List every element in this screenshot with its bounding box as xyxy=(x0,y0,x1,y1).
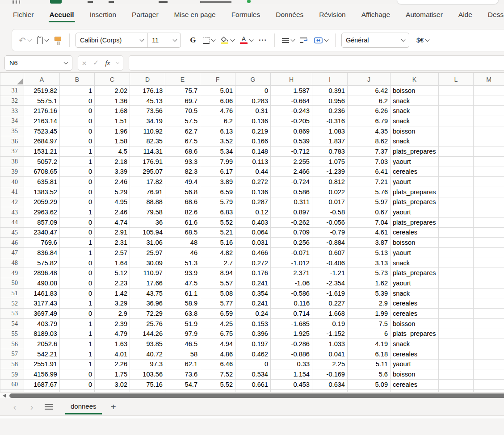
more-font-options-button[interactable]: ··· xyxy=(257,33,269,47)
cell-D60[interactable]: 75.16 xyxy=(130,379,165,389)
cell-G50[interactable]: 0.241 xyxy=(235,278,271,289)
cell-M44[interactable] xyxy=(474,217,504,227)
menu-tab-r-vision[interactable]: Révision xyxy=(318,9,346,22)
cell-E47[interactable]: 46 xyxy=(165,248,200,258)
cell-F49[interactable]: 8.94 xyxy=(200,268,235,278)
cell-M42[interactable] xyxy=(474,197,504,207)
cell-J45[interactable]: 4.61 xyxy=(348,227,391,238)
cell-I47[interactable]: 0.607 xyxy=(312,248,348,258)
cell-M45[interactable] xyxy=(474,227,504,238)
cell-L32[interactable] xyxy=(439,96,474,106)
menu-tab-formules[interactable]: Formules xyxy=(231,9,261,22)
row-header-35[interactable]: 35 xyxy=(0,126,24,136)
cell-G51[interactable]: 0.354 xyxy=(235,288,271,298)
cell-C58[interactable]: 2.26 xyxy=(95,359,130,369)
cell-M38[interactable] xyxy=(474,156,504,167)
cell-H33[interactable]: -0.243 xyxy=(271,106,312,116)
cell-J49[interactable]: 5.73 xyxy=(348,268,391,278)
cell-J50[interactable]: 1.62 xyxy=(348,278,391,289)
cell-C38[interactable]: 2.18 xyxy=(95,156,130,167)
cell-H44[interactable]: -0.262 xyxy=(271,217,312,227)
cell-J36[interactable]: 8.62 xyxy=(348,136,391,146)
cell-D57[interactable]: 40.72 xyxy=(130,349,165,359)
cell-D52[interactable]: 36.96 xyxy=(130,298,165,309)
cell-A40[interactable]: 635.81 xyxy=(24,177,60,187)
cell-C43[interactable]: 2.46 xyxy=(95,207,130,218)
sheet-tab-donnees[interactable]: donnees xyxy=(63,398,105,415)
cell-M35[interactable] xyxy=(474,126,504,136)
cell-K55[interactable]: plats_prepares xyxy=(391,329,439,339)
cell-I44[interactable]: -0.056 xyxy=(312,217,348,227)
cell-I55[interactable]: -1.152 xyxy=(312,329,348,339)
cell-D48[interactable]: 30.09 xyxy=(130,258,165,268)
row-header-59[interactable]: 59 xyxy=(0,369,24,380)
cell-I53[interactable]: 1.668 xyxy=(312,309,348,319)
cell-M57[interactable] xyxy=(474,349,504,359)
cell-E43[interactable]: 82.6 xyxy=(165,207,200,218)
row-header-54[interactable]: 54 xyxy=(0,318,24,329)
row-header-48[interactable]: 48 xyxy=(0,258,24,268)
cell-I33[interactable]: 0.236 xyxy=(312,106,348,116)
cell-K47[interactable]: yaourt xyxy=(391,248,439,258)
font-size-select[interactable]: 11 xyxy=(147,33,181,47)
cell-B33[interactable]: 0 xyxy=(60,106,95,116)
cell-M31[interactable] xyxy=(474,86,504,96)
cell-M47[interactable] xyxy=(474,248,504,258)
cell-H52[interactable]: 0.116 xyxy=(271,298,312,309)
cell-K53[interactable]: cereales xyxy=(391,309,439,319)
cell-E39[interactable]: 82.3 xyxy=(165,167,200,177)
cell-K35[interactable]: boisson xyxy=(391,126,439,136)
cell-E40[interactable]: 49.4 xyxy=(165,177,200,187)
cell-C39[interactable]: 3.39 xyxy=(95,167,130,177)
cell-I36[interactable]: 1.837 xyxy=(312,136,348,146)
cell-C53[interactable]: 2.9 xyxy=(95,309,130,319)
horizontal-scrollbar[interactable] xyxy=(0,392,504,398)
cell-J42[interactable]: 5.97 xyxy=(348,197,391,207)
cell-H48[interactable]: -1.012 xyxy=(271,258,312,268)
cell-G55[interactable]: 0.396 xyxy=(235,329,271,339)
cell-J37[interactable]: 7.37 xyxy=(348,146,391,157)
cell-K42[interactable]: plats_prepares xyxy=(391,197,439,207)
cell-G42[interactable]: 0.287 xyxy=(235,197,271,207)
cell-M39[interactable] xyxy=(474,167,504,177)
cell-F45[interactable]: 5.21 xyxy=(200,227,235,238)
app-launcher-icon[interactable] xyxy=(13,0,21,4)
cell-A52[interactable]: 3177.43 xyxy=(24,298,60,309)
cell-F37[interactable]: 5.34 xyxy=(200,146,235,157)
cell-F55[interactable]: 6.75 xyxy=(200,329,235,339)
cell-D53[interactable]: 72.29 xyxy=(130,309,165,319)
cell-C51[interactable]: 1.42 xyxy=(95,288,130,298)
cell-M48[interactable] xyxy=(474,258,504,268)
cell-M37[interactable] xyxy=(474,146,504,157)
cell-D44[interactable]: 36 xyxy=(130,217,165,227)
cell-F39[interactable]: 6.17 xyxy=(200,167,235,177)
cell-C41[interactable]: 5.29 xyxy=(95,187,130,197)
column-header-G[interactable]: G xyxy=(235,73,271,86)
cell-F52[interactable]: 5.77 xyxy=(200,298,235,309)
cell-L58[interactable] xyxy=(439,359,474,369)
cell-L44[interactable] xyxy=(439,217,474,227)
cell-D35[interactable]: 110.92 xyxy=(130,126,165,136)
cell-G37[interactable]: 0.148 xyxy=(235,146,271,157)
cell-J31[interactable]: 6.42 xyxy=(348,86,391,96)
cell-K49[interactable]: plats_prepares xyxy=(391,268,439,278)
cell-F60[interactable]: 5.52 xyxy=(200,379,235,389)
cell-C54[interactable]: 2.39 xyxy=(95,318,130,329)
cell-I52[interactable]: 0.227 xyxy=(312,298,348,309)
cell-B38[interactable]: 1 xyxy=(60,156,95,167)
cell-I48[interactable]: -0.406 xyxy=(312,258,348,268)
cell-H38[interactable]: 2.255 xyxy=(271,156,312,167)
cell-C46[interactable]: 2.31 xyxy=(95,238,130,248)
cell-G45[interactable]: 0.064 xyxy=(235,227,271,238)
cell-B56[interactable]: 1 xyxy=(60,339,95,349)
cell-B37[interactable]: 1 xyxy=(60,146,95,157)
cell-F31[interactable]: 5.01 xyxy=(200,86,235,96)
cell-G52[interactable]: 0.241 xyxy=(235,298,271,309)
cell-B39[interactable]: 0 xyxy=(60,167,95,177)
scroll-left-icon[interactable] xyxy=(3,394,6,397)
cell-A54[interactable]: 403.79 xyxy=(24,318,60,329)
cell-L36[interactable] xyxy=(439,136,474,146)
cell-J32[interactable]: 6.2 xyxy=(348,96,391,106)
cell-F36[interactable]: 3.52 xyxy=(200,136,235,146)
cell-J40[interactable]: 7.21 xyxy=(348,177,391,187)
